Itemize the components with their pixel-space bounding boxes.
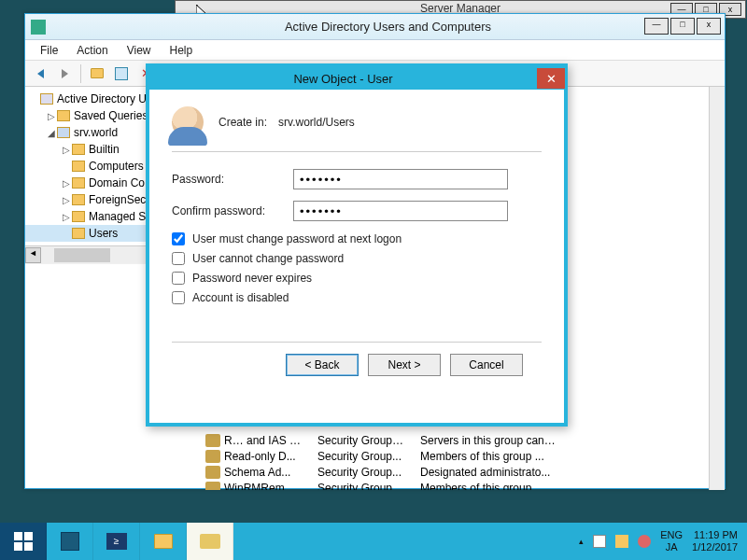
tray-clock[interactable]: 11:19 PM 1/12/2017 [692, 529, 738, 553]
tray-language[interactable]: ENG JA [660, 529, 683, 553]
taskbar: ≥ ▴ ENG JA 11:19 PM 1/12/2017 [0, 523, 747, 560]
list-row[interactable]: WinRMRem...Security Group...Members of t… [200, 480, 709, 490]
chk-disabled[interactable] [172, 291, 185, 304]
start-button[interactable] [0, 523, 47, 560]
chk-disabled-label: Account is disabled [192, 291, 289, 304]
group-icon [205, 482, 220, 491]
chk-cannot-change[interactable] [172, 252, 185, 265]
back-button[interactable]: < Back [286, 354, 359, 376]
list-cell-desc: Servers in this group can… [420, 434, 709, 447]
hscroll-thumb[interactable] [54, 248, 110, 262]
toolbar-properties-button[interactable] [110, 63, 133, 84]
list-vscroll[interactable] [709, 87, 725, 490]
tree-domain-label: srv.world [74, 126, 118, 139]
list-row[interactable]: R… and IAS …Security Group…Servers in th… [200, 432, 709, 448]
tree-computers-label: Computers [89, 160, 144, 173]
aduc-maximize-button[interactable]: □ [670, 18, 695, 35]
server-manager-icon [61, 532, 79, 551]
list-cell-name: R… and IAS … [224, 434, 317, 447]
toolbar-forward-button[interactable] [53, 63, 76, 84]
list-cell-type: Security Group... [317, 482, 420, 491]
menu-view[interactable]: View [118, 41, 161, 60]
dialog-close-button[interactable]: ✕ [537, 68, 565, 89]
group-icon [205, 450, 220, 463]
tree-saved-label: Saved Queries [74, 109, 148, 122]
list-cell-type: Security Group… [317, 434, 420, 447]
tray-show-hidden-icon[interactable]: ▴ [579, 537, 584, 546]
arrow-left-icon [37, 69, 44, 78]
group-icon [205, 434, 220, 447]
list-cell-type: Security Group... [317, 466, 420, 479]
taskbar-spacer [233, 523, 570, 560]
aduc-minimize-button[interactable]: — [644, 18, 669, 35]
menu-help[interactable]: Help [161, 41, 203, 60]
chk-must-change-label: User must change password at next logon [192, 232, 402, 245]
tray-network-icon[interactable] [615, 535, 628, 548]
hscroll-left-button[interactable]: ◄ [25, 247, 41, 263]
tray-flag-icon[interactable] [593, 535, 606, 548]
properties-icon [115, 67, 128, 80]
list-cell-desc: Members of this group ... [420, 450, 709, 463]
aduc-menubar: File Action View Help [25, 40, 725, 61]
taskbar-powershell[interactable]: ≥ [93, 523, 140, 560]
aduc-taskbar-icon [200, 534, 220, 549]
user-icon [172, 106, 204, 138]
cancel-button[interactable]: Cancel [450, 354, 523, 376]
tray-lang2: JA [660, 541, 683, 553]
system-tray: ▴ ENG JA 11:19 PM 1/12/2017 [570, 523, 747, 560]
password-label: Password: [172, 173, 293, 186]
tray-lang1: ENG [660, 529, 683, 541]
tree-foreign-label: ForeignSecu [89, 193, 152, 206]
tree-builtin-label: Builtin [89, 143, 120, 156]
dialog-title: New Object - User [149, 72, 537, 86]
password-input[interactable] [293, 169, 508, 189]
taskbar-explorer[interactable] [140, 523, 187, 560]
tray-date: 1/12/2017 [692, 541, 738, 553]
tray-volume-icon[interactable] [638, 535, 651, 548]
list-cell-name: Schema Ad... [224, 466, 317, 479]
menu-action[interactable]: Action [67, 41, 117, 60]
aduc-title: Active Directory Users and Computers [51, 20, 725, 34]
list-row[interactable]: Schema Ad...Security Group...Designated … [200, 464, 709, 480]
chk-cannot-change-label: User cannot change password [192, 252, 344, 265]
taskbar-server-manager[interactable] [47, 523, 93, 560]
next-button[interactable]: Next > [368, 354, 441, 376]
confirm-password-input[interactable] [293, 201, 508, 221]
tree-users-label: Users [89, 227, 118, 240]
list-cell-type: Security Group... [317, 450, 420, 463]
create-in-label: Create in: [218, 116, 267, 129]
aduc-close-button[interactable]: x [697, 18, 721, 35]
group-icon [205, 466, 220, 479]
tree-managed-label: Managed Se [89, 210, 152, 223]
toolbar-up-button[interactable] [86, 63, 108, 84]
chk-never-expires-label: Password never expires [192, 272, 312, 285]
chk-must-change[interactable] [172, 232, 185, 245]
powershell-icon: ≥ [106, 533, 127, 550]
taskbar-aduc[interactable] [187, 523, 233, 560]
aduc-titlebar[interactable]: Active Directory Users and Computers — □… [25, 14, 725, 40]
tray-time: 11:19 PM [692, 529, 738, 541]
windows-logo-icon [14, 532, 33, 551]
list-cell-desc: Designated administrato... [420, 466, 709, 479]
tree-dc-label: Domain Co [89, 176, 145, 189]
list-cell-name: Read-only D... [224, 450, 317, 463]
create-in-path: srv.world/Users [278, 116, 355, 129]
toolbar-back-button[interactable] [29, 63, 51, 84]
menu-file[interactable]: File [31, 41, 67, 60]
list-cell-name: WinRMRem... [224, 482, 317, 491]
chk-never-expires[interactable] [172, 272, 185, 285]
folder-icon [91, 68, 104, 78]
aduc-app-icon [31, 20, 46, 35]
dialog-separator [172, 151, 542, 152]
arrow-right-icon [62, 69, 68, 78]
toolbar-separator [80, 64, 81, 83]
confirm-password-label: Confirm password: [172, 204, 293, 217]
list-cell-desc: Members of this group ... [420, 482, 709, 491]
list-row[interactable]: Read-only D...Security Group...Members o… [200, 448, 709, 464]
new-user-dialog: New Object - User ✕ Create in: srv.world… [146, 63, 568, 427]
explorer-icon [154, 534, 173, 549]
tree-root-label: Active Directory Us [57, 92, 152, 105]
dialog-titlebar[interactable]: New Object - User ✕ [149, 67, 564, 90]
